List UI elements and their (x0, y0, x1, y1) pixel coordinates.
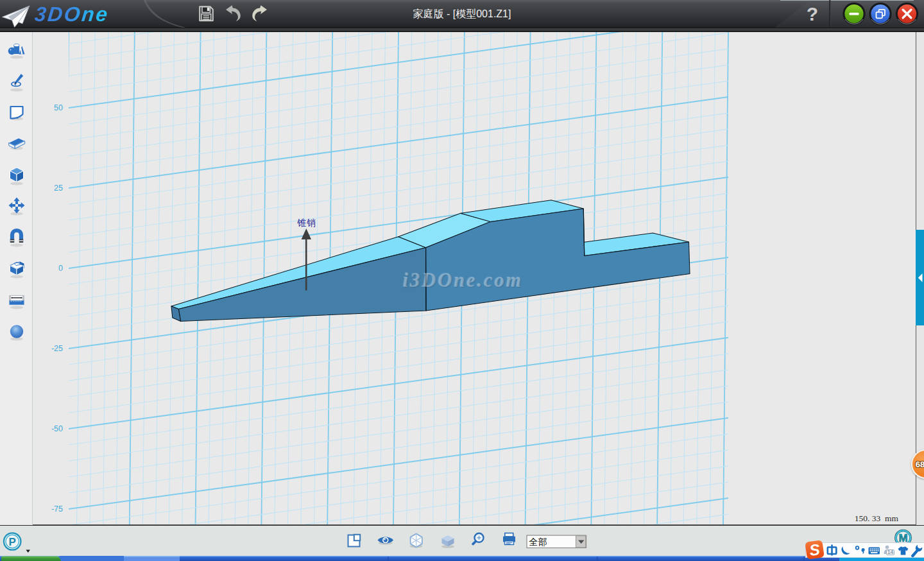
svg-text:14: 14 (887, 549, 894, 555)
svg-text:锥销: 锥销 (297, 218, 316, 228)
svg-text:50: 50 (54, 103, 63, 112)
svg-text:-50: -50 (51, 424, 63, 433)
svg-text:25: 25 (54, 184, 63, 193)
svg-text:全部: 全部 (529, 537, 547, 547)
svg-text:-75: -75 (51, 505, 63, 514)
svg-text:0: 0 (58, 264, 63, 273)
svg-text:P: P (9, 536, 16, 548)
svg-text:-25: -25 (51, 344, 63, 353)
